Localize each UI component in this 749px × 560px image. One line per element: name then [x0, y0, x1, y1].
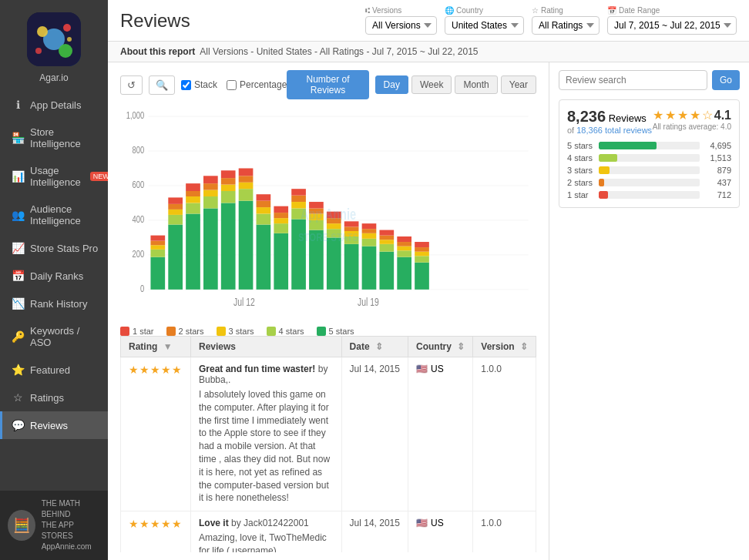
svg-rect-22: [150, 241, 165, 246]
legend-item: 5 stars: [317, 327, 354, 336]
reviews-section: Rating ▼ Reviews Date ⇕ Country ⇕ Versio…: [120, 336, 536, 552]
svg-text:App Annie: App Annie: [301, 205, 356, 223]
review-body: Amazing, love it, TwoTheMedic for life (…: [199, 531, 334, 552]
sidebar-label-app-details: App Details: [30, 99, 81, 111]
sidebar-item-store-intelligence[interactable]: 🏪Store Intelligence: [0, 119, 108, 157]
cell-review: Great and fun time waster! by Bubba,. I …: [191, 357, 342, 511]
col-reviews[interactable]: Reviews: [191, 337, 342, 357]
sidebar-item-featured[interactable]: ⭐Featured: [0, 356, 108, 384]
usage-intelligence-icon: 📊: [12, 170, 24, 183]
percentage-checkbox[interactable]: [227, 80, 237, 90]
star-bar-fill: [599, 142, 657, 149]
svg-rect-94: [415, 263, 429, 290]
go-button[interactable]: Go: [712, 70, 740, 90]
review-stars: ★★★★★: [129, 518, 183, 530]
star-bar-row: 1 star 712: [567, 190, 731, 200]
star-bar-row: 2 stars 437: [567, 178, 731, 187]
time-btn-year[interactable]: Year: [501, 75, 536, 94]
svg-rect-47: [239, 176, 254, 182]
reset-button[interactable]: ↺: [120, 75, 143, 95]
legend-label: 1 star: [133, 327, 154, 336]
stack-checkbox[interactable]: [181, 80, 191, 90]
svg-rect-28: [168, 197, 183, 203]
sidebar-item-usage-intelligence[interactable]: 📊Usage IntelligenceNEW: [0, 157, 108, 196]
svg-text:STORE STATS: STORE STATS: [298, 230, 358, 243]
sidebar-item-daily-ranks[interactable]: 📅Daily Ranks: [0, 262, 108, 290]
col-rating[interactable]: Rating ▼: [121, 337, 191, 357]
sidebar-item-store-stats-pro[interactable]: 📈Store Stats Pro: [0, 234, 108, 262]
svg-rect-40: [221, 191, 236, 203]
versions-select[interactable]: All Versions: [365, 16, 437, 35]
star-bar-count: 712: [704, 190, 731, 200]
svg-rect-49: [257, 225, 271, 290]
sidebar-item-reviews[interactable]: 💬Reviews: [0, 411, 108, 439]
sidebar-label-store-stats-pro: Store Stats Pro: [30, 243, 98, 254]
svg-rect-93: [397, 236, 411, 242]
total-all-link[interactable]: 18,366 total reviews: [576, 126, 652, 135]
percentage-checkbox-label[interactable]: Percentage: [227, 79, 287, 90]
time-btn-day[interactable]: Day: [375, 75, 408, 94]
table-row: ★★★★★ Love it by Jack012422001 Amazing, …: [121, 511, 536, 552]
star-bar-fill: [599, 154, 617, 162]
stack-checkbox-label[interactable]: Stack: [181, 79, 217, 90]
col-country[interactable]: Country ⇕: [408, 337, 472, 357]
star-1: ★: [653, 108, 663, 122]
cell-version: 1.0.0: [473, 357, 536, 511]
store-stats-pro-icon: 📈: [12, 242, 24, 254]
svg-rect-87: [379, 236, 394, 240]
rating-select[interactable]: All Ratings: [532, 16, 600, 35]
svg-rect-57: [274, 213, 288, 218]
sidebar-item-app-details[interactable]: ℹApp Details: [0, 91, 108, 119]
svg-rect-89: [397, 257, 411, 290]
zoom-button[interactable]: 🔍: [149, 75, 175, 95]
country-select[interactable]: United States: [445, 16, 524, 35]
cell-rating: ★★★★★: [121, 511, 191, 552]
svg-text:1,000: 1,000: [126, 109, 144, 120]
svg-point-4: [59, 44, 72, 58]
star-bar-count: 879: [704, 166, 731, 175]
col-date[interactable]: Date ⇕: [341, 337, 408, 357]
time-btn-week[interactable]: Week: [411, 75, 452, 94]
sidebar-item-audience-intelligence[interactable]: 👥Audience Intelligence: [0, 196, 108, 234]
rating-header: 8,236 Reviews of 18,366 total reviews ★ …: [567, 108, 731, 135]
table-header-row: Rating ▼ Reviews Date ⇕ Country ⇕ Versio…: [121, 337, 536, 357]
chart-checkboxes: Stack Percentage: [181, 79, 287, 90]
star-bars: 5 stars 4,695 4 stars 1,513 3 stars 879 …: [567, 141, 731, 200]
star-bar-track: [599, 142, 700, 149]
star-bar-fill: [599, 166, 610, 174]
svg-rect-81: [362, 233, 377, 239]
svg-rect-20: [150, 250, 165, 257]
right-panel: Go 8,236 Reviews of 18,366 total reviews: [549, 62, 749, 560]
country-filter: 🌐 Country United States: [445, 6, 524, 35]
sidebar-item-keywords-aso[interactable]: 🔑Keywords / ASO: [0, 317, 108, 356]
review-stars: ★★★★★: [129, 364, 183, 376]
svg-text:600: 600: [133, 179, 145, 189]
sidebar-label-daily-ranks: Daily Ranks: [30, 270, 83, 282]
app-icon: [27, 12, 81, 66]
number-of-reviews-btn[interactable]: Number of Reviews: [287, 70, 368, 99]
featured-icon: ⭐: [12, 364, 24, 376]
svg-rect-37: [203, 183, 218, 189]
time-btn-month[interactable]: Month: [455, 75, 497, 94]
cell-date: Jul 14, 2015: [341, 511, 408, 552]
star-bar-count: 1,513: [704, 153, 731, 163]
sidebar-item-ratings[interactable]: ☆Ratings: [0, 384, 108, 411]
sidebar-label-rank-history: Rank History: [30, 298, 87, 310]
svg-rect-41: [221, 185, 236, 191]
stars-avg: ★ ★ ★ ★ ☆ 4.1 All ratings average: 4.0: [653, 108, 731, 131]
svg-point-3: [63, 24, 71, 32]
star-bar-label: 3 stars: [567, 166, 594, 175]
audience-intelligence-icon: 👥: [12, 209, 24, 221]
star-bar-row: 5 stars 4,695: [567, 141, 731, 150]
star-4: ★: [690, 108, 700, 122]
page-title: Reviews: [120, 10, 197, 32]
keywords-aso-icon: 🔑: [12, 330, 24, 343]
review-search-input[interactable]: [559, 70, 707, 90]
chart-wrapper: 1,000 800 600 400 200 0: [120, 106, 536, 322]
date-range-select[interactable]: Jul 7, 2015 ~ Jul 22, 2015: [607, 16, 737, 35]
sidebar-item-rank-history[interactable]: 📉Rank History: [0, 290, 108, 317]
reviews-table-scroll[interactable]: Rating ▼ Reviews Date ⇕ Country ⇕ Versio…: [120, 336, 536, 552]
svg-text:Jul 19: Jul 19: [358, 296, 379, 308]
col-version[interactable]: Version ⇕: [473, 337, 536, 357]
svg-rect-31: [186, 196, 200, 203]
